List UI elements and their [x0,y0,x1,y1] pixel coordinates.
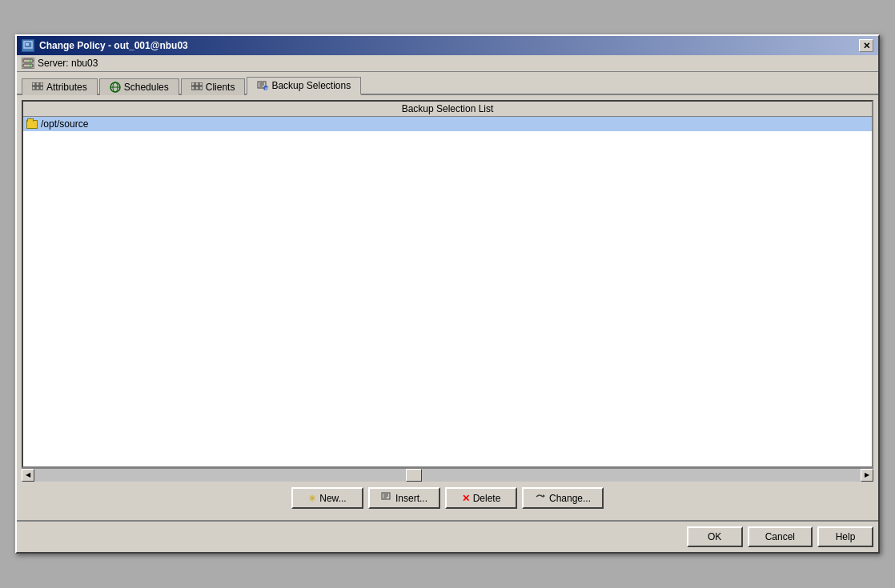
svg-rect-7 [36,82,39,86]
server-label: Server: nbu03 [38,58,98,69]
svg-rect-9 [32,86,35,90]
svg-rect-6 [32,82,35,86]
change-button[interactable]: Change... [522,487,604,509]
cancel-button[interactable]: Cancel [748,526,813,547]
title-bar-left: Change Policy - out_001@nbu03 [22,39,188,52]
tab-clients[interactable]: Clients [181,78,246,95]
svg-rect-2 [23,59,33,62]
horizontal-scrollbar[interactable]: ◀ ▶ [22,468,873,481]
schedules-tab-icon [110,82,121,92]
svg-marker-31 [543,494,545,498]
delete-icon: ✕ [462,493,470,504]
main-window: Change Policy - out_001@nbu03 ✕ Server: … [15,34,880,554]
svg-rect-11 [40,86,43,90]
insert-button[interactable]: Insert... [368,487,440,509]
new-icon: ✳ [308,493,316,504]
help-button[interactable]: Help [817,526,873,547]
server-bar: Server: nbu03 [17,55,878,72]
backup-selections-tab-icon: @ [257,81,268,90]
new-label: New... [319,493,346,504]
svg-rect-16 [195,82,199,86]
footer-bar: OK Cancel Help [17,520,878,552]
window-icon [22,39,34,52]
folder-icon [26,118,38,130]
list-header: Backup Selection List [23,102,872,117]
tabs-bar: Attributes Schedules [17,72,878,95]
tab-attributes[interactable]: Attributes [22,78,98,95]
svg-rect-3 [23,64,33,67]
delete-label: Delete [473,493,501,504]
scroll-right-arrow[interactable]: ▶ [861,469,873,482]
svg-point-5 [30,65,31,66]
list-item-path: /opt/source [41,118,88,130]
scroll-thumb[interactable] [406,469,422,482]
svg-rect-8 [40,82,43,86]
svg-rect-10 [36,86,39,90]
svg-rect-15 [191,82,195,86]
delete-button[interactable]: ✕ Delete [445,487,517,509]
server-icon [22,58,34,69]
svg-point-4 [30,60,31,62]
tab-schedules[interactable]: Schedules [99,78,179,95]
tab-backup-selections[interactable]: @ Backup Selections [247,77,361,95]
new-button[interactable]: ✳ New... [291,487,363,509]
close-button[interactable]: ✕ [859,39,873,52]
tab-attributes-label: Attributes [46,82,87,93]
svg-rect-17 [199,82,203,86]
svg-rect-20 [199,86,203,90]
svg-rect-1 [26,43,29,46]
main-panel: Backup Selection List /opt/source ◀ ▶ ✳ [17,95,878,520]
backup-selection-list-container: Backup Selection List /opt/source [22,100,873,468]
insert-label: Insert... [395,493,427,504]
window-title: Change Policy - out_001@nbu03 [39,40,188,51]
attributes-tab-icon [32,82,43,92]
change-icon [535,492,546,504]
tab-clients-label: Clients [206,82,235,93]
svg-rect-19 [195,86,199,90]
scroll-track[interactable] [34,469,861,482]
tab-backup-selections-label: Backup Selections [271,80,351,91]
scroll-left-arrow[interactable]: ◀ [22,469,34,482]
list-item[interactable]: /opt/source [23,117,872,131]
insert-icon [381,492,392,504]
change-label: Change... [549,493,591,504]
title-bar: Change Policy - out_001@nbu03 ✕ [17,36,878,55]
ok-button[interactable]: OK [687,526,743,547]
svg-text:@: @ [265,86,269,91]
action-buttons-row: ✳ New... Insert... ✕ Delete [22,481,873,515]
tab-schedules-label: Schedules [124,82,169,93]
svg-rect-18 [191,86,195,90]
clients-tab-icon [191,82,203,92]
list-body[interactable]: /opt/source [23,117,872,466]
